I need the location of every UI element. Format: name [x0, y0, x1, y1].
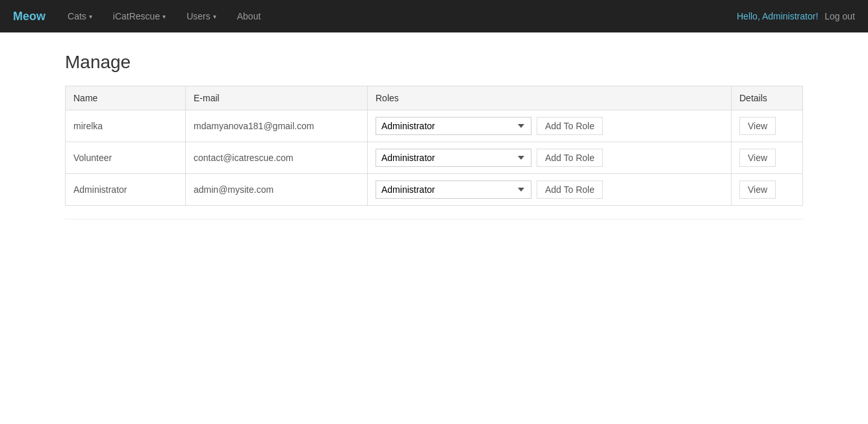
- role-select[interactable]: Administrator: [376, 181, 531, 199]
- nav-item-cats[interactable]: Cats ▾: [58, 0, 101, 32]
- navbar: Meow Cats ▾ iCatRescue ▾ Users ▾ About H…: [0, 0, 868, 32]
- cell-email: mdamyanova181@gmail.com: [186, 110, 368, 142]
- cell-details: View: [732, 110, 803, 142]
- cell-roles: AdministratorAdd To Role: [368, 110, 732, 142]
- page-title: Manage: [65, 52, 803, 73]
- nav-users-label: Users: [186, 11, 211, 21]
- cell-email: contact@icatrescue.com: [186, 142, 368, 174]
- divider: [65, 219, 803, 219]
- nav-items: Cats ▾ iCatRescue ▾ Users ▾ About: [58, 0, 737, 32]
- navbar-brand[interactable]: Meow: [13, 10, 45, 23]
- table-header-row: Name E-mail Roles Details: [66, 86, 803, 110]
- cats-caret-icon: ▾: [89, 13, 92, 20]
- col-header-roles: Roles: [368, 86, 732, 110]
- table-head: Name E-mail Roles Details: [66, 86, 803, 110]
- col-header-details: Details: [732, 86, 803, 110]
- cell-name: mirelka: [66, 110, 186, 142]
- col-header-email: E-mail: [186, 86, 368, 110]
- table-row: Volunteercontact@icatrescue.comAdministr…: [66, 142, 803, 174]
- cell-name: Volunteer: [66, 142, 186, 174]
- table-row: Administratoradmin@mysite.comAdministrat…: [66, 174, 803, 206]
- navbar-right: Hello, Administrator! Log out: [737, 11, 855, 21]
- table-body: mirelkamdamyanova181@gmail.comAdministra…: [66, 110, 803, 206]
- role-select[interactable]: Administrator: [376, 149, 531, 167]
- users-caret-icon: ▾: [213, 13, 216, 20]
- nav-item-icatrescue[interactable]: iCatRescue ▾: [104, 0, 175, 32]
- nav-item-users[interactable]: Users ▾: [177, 0, 225, 32]
- cell-name: Administrator: [66, 174, 186, 206]
- add-to-role-button[interactable]: Add To Role: [537, 149, 603, 167]
- nav-cats-label: Cats: [68, 11, 86, 21]
- nav-about-label: About: [237, 11, 261, 21]
- col-header-name: Name: [66, 86, 186, 110]
- view-button[interactable]: View: [739, 181, 776, 199]
- cell-email: admin@mysite.com: [186, 174, 368, 206]
- main-content: Manage Name E-mail Roles Details mirelka…: [0, 32, 868, 239]
- nav-icatrescue-label: iCatRescue: [113, 11, 160, 21]
- logout-button[interactable]: Log out: [824, 11, 855, 21]
- add-to-role-button[interactable]: Add To Role: [537, 181, 603, 199]
- cell-roles: AdministratorAdd To Role: [368, 174, 732, 206]
- view-button[interactable]: View: [739, 149, 776, 167]
- cell-roles: AdministratorAdd To Role: [368, 142, 732, 174]
- table-row: mirelkamdamyanova181@gmail.comAdministra…: [66, 110, 803, 142]
- view-button[interactable]: View: [739, 117, 776, 135]
- hello-text: Hello, Administrator!: [737, 11, 818, 21]
- icatrescue-caret-icon: ▾: [162, 13, 166, 20]
- cell-details: View: [732, 142, 803, 174]
- add-to-role-button[interactable]: Add To Role: [537, 117, 603, 135]
- nav-item-about[interactable]: About: [228, 0, 270, 32]
- manage-table: Name E-mail Roles Details mirelkamdamyan…: [65, 86, 803, 206]
- role-select[interactable]: Administrator: [376, 117, 531, 135]
- cell-details: View: [732, 174, 803, 206]
